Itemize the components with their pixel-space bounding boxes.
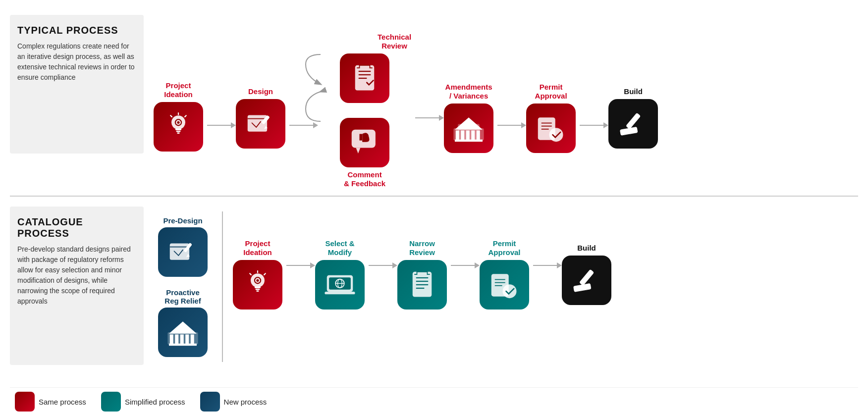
step-design: Design <box>236 84 285 149</box>
legend-new-label: New process <box>224 398 267 406</box>
svg-rect-27 <box>455 140 483 142</box>
svg-rect-41 <box>175 334 178 344</box>
step-technical-review-label: TechnicalReview <box>378 33 411 51</box>
legend-simplified-swatch <box>101 392 121 412</box>
arrow-4 <box>493 125 526 126</box>
legend-simplified-process: Simplified process <box>101 392 185 412</box>
step-narrow-review-icon <box>397 260 447 310</box>
step-narrow-review: NarrowReview <box>397 236 447 310</box>
svg-point-68 <box>503 284 517 298</box>
svg-rect-2 <box>176 131 181 132</box>
pre-design-item: Pre-Design <box>158 216 208 277</box>
svg-marker-18 <box>356 148 361 154</box>
svg-marker-26 <box>455 117 483 130</box>
svg-rect-61 <box>325 292 355 294</box>
step-cat-build-icon <box>562 256 611 305</box>
legend-same-swatch <box>15 392 35 412</box>
step-project-ideation-label: ProjectIdeation <box>164 81 193 99</box>
step-cat-permit-approval-label: PermitApproval <box>488 239 520 257</box>
step-amendments-label: Amendments/ Variances <box>445 83 492 101</box>
svg-rect-48 <box>255 287 261 289</box>
proactive-reg-relief-label: ProactiveReg Relief <box>164 288 201 305</box>
step-amendments-icon <box>444 103 493 153</box>
svg-rect-49 <box>256 289 260 290</box>
svg-rect-24 <box>471 130 475 140</box>
step-build: Build <box>608 84 658 149</box>
svg-rect-22 <box>461 130 464 140</box>
svg-rect-46 <box>169 344 197 346</box>
arrow-2 <box>285 125 318 126</box>
step-comment-feedback-icon <box>340 118 389 167</box>
svg-rect-23 <box>466 130 470 140</box>
svg-point-55 <box>256 279 259 282</box>
step-permit-approval: PermitApproval <box>526 80 576 153</box>
svg-rect-3 <box>177 132 179 134</box>
step-cat-permit-approval-icon <box>480 260 529 310</box>
svg-rect-21 <box>456 130 459 140</box>
svg-marker-45 <box>169 321 197 334</box>
step-permit-approval-label: PermitApproval <box>535 83 567 101</box>
legend-simplified-label: Simplified process <box>125 398 185 406</box>
step-comment-feedback: Comment& Feedback <box>318 118 411 188</box>
legend-same-label: Same process <box>39 398 86 406</box>
step-cat-permit-approval: PermitApproval <box>480 236 529 310</box>
arrow-3 <box>411 117 444 118</box>
svg-rect-44 <box>191 334 194 344</box>
legend-new-swatch <box>200 392 220 412</box>
step-cat-build-label: Build <box>577 244 596 253</box>
typical-process-row: TYPICAL PROCESS Complex regulations crea… <box>10 5 858 197</box>
step-design-icon <box>236 99 285 149</box>
step-cat-project-ideation-label: ProjectIdeation <box>243 239 272 257</box>
catalogue-process-row: CATALOGUE PROCESS Pre-develop standard d… <box>10 197 858 385</box>
arrow-5 <box>576 125 608 126</box>
arrow-cat-2 <box>365 265 397 266</box>
step-cat-project-ideation-icon <box>233 260 282 310</box>
arrow-cat-1 <box>282 265 315 266</box>
step-project-ideation-icon <box>154 102 203 152</box>
svg-point-8 <box>177 121 179 124</box>
step-select-modify-label: Select &Modify <box>325 239 354 257</box>
step-select-modify-icon <box>315 260 365 310</box>
proactive-reg-relief-item: ProactiveReg Relief <box>158 288 208 357</box>
svg-line-53 <box>250 273 251 275</box>
svg-line-52 <box>264 273 266 275</box>
proactive-reg-relief-icon <box>158 308 208 357</box>
step-narrow-review-label: NarrowReview <box>409 239 435 257</box>
step-build-icon <box>608 99 658 149</box>
step-project-ideation: ProjectIdeation <box>154 81 203 152</box>
arrow-cat-4 <box>529 265 562 266</box>
step-amendments: Amendments/ Variances <box>444 80 493 153</box>
step-technical-review: TechnicalReview <box>318 30 411 103</box>
catalogue-description: Pre-develop standard designs paired with… <box>17 244 136 307</box>
svg-line-5 <box>185 115 186 117</box>
svg-rect-25 <box>477 130 480 140</box>
svg-rect-33 <box>626 113 641 130</box>
catalogue-title: CATALOGUE PROCESS <box>17 216 136 239</box>
legend-new-process: New process <box>200 392 267 412</box>
svg-point-29 <box>549 128 563 142</box>
arrow-1 <box>203 125 236 126</box>
pre-design-label: Pre-Design <box>163 216 202 225</box>
step-technical-review-icon <box>340 53 389 103</box>
main-container: TYPICAL PROCESS Complex regulations crea… <box>0 0 868 413</box>
svg-line-6 <box>170 115 172 117</box>
catalogue-flow: ProjectIdeation <box>233 236 611 310</box>
step-design-label: Design <box>248 87 273 96</box>
svg-rect-1 <box>175 129 181 131</box>
step-cat-build: Build <box>562 241 611 305</box>
typical-description: Complex regulations create need for an i… <box>17 41 136 83</box>
step-build-label: Build <box>624 87 643 96</box>
step-select-modify: Select &Modify <box>315 236 365 310</box>
legend: Same process Simplified process New proc… <box>10 387 858 413</box>
legend-same-process: Same process <box>15 392 86 412</box>
step-cat-project-ideation: ProjectIdeation <box>233 236 282 310</box>
typical-title: TYPICAL PROCESS <box>17 25 136 36</box>
pre-design-icon <box>158 227 208 277</box>
typical-flow-area: ProjectIdeation <box>144 15 858 188</box>
svg-rect-43 <box>185 334 189 344</box>
svg-rect-40 <box>170 334 173 344</box>
arrow-cat-3 <box>447 265 480 266</box>
svg-rect-72 <box>579 269 595 286</box>
catalogue-flow-area: ProjectIdeation <box>223 216 858 310</box>
step-comment-feedback-label: Comment& Feedback <box>344 170 385 188</box>
